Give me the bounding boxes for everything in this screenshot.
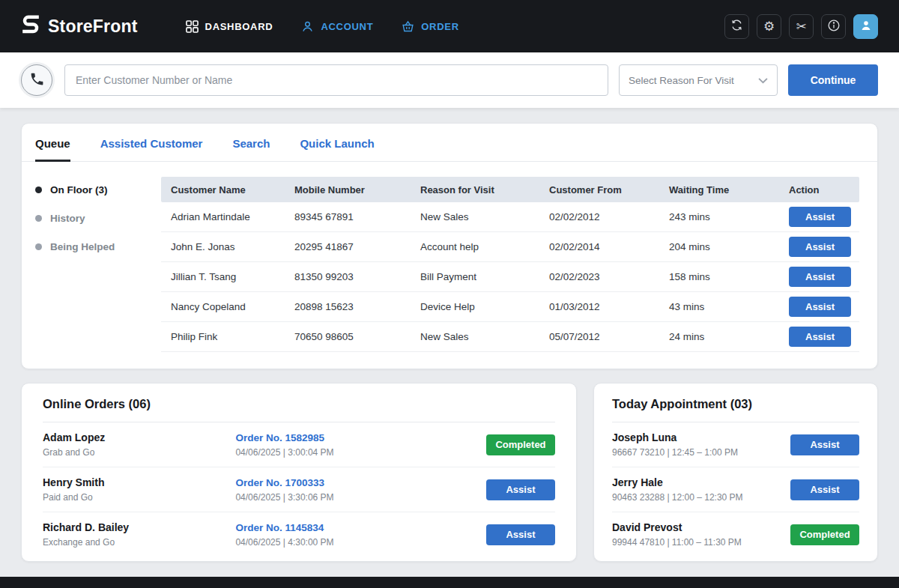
cell-waiting-time: 204 mins: [659, 241, 779, 252]
cell-waiting-time: 24 mins: [659, 331, 779, 342]
order-type: Grab and Go: [43, 447, 235, 458]
order-customer-name: Adam Lopez: [43, 431, 235, 443]
continue-button[interactable]: Continue: [788, 64, 878, 96]
filter-history-label: History: [50, 213, 85, 224]
queue-table-header: Customer Name Mobile Number Reason for V…: [161, 177, 859, 202]
dashboard-grid-icon: [186, 20, 199, 33]
nav-item-order[interactable]: ORDER: [402, 20, 458, 33]
filter-on-floor[interactable]: On Floor (3): [35, 184, 161, 196]
cell-reason: Device Help: [411, 301, 539, 312]
cell-mobile-number: 20295 41867: [285, 241, 411, 252]
appointment-detail: 96667 73210 | 12:45 – 1:00 PM: [612, 447, 738, 458]
online-orders-card: Online Orders (06) Adam Lopez Grab and G…: [21, 383, 577, 562]
col-customer-from: Customer From: [539, 184, 659, 196]
cell-customer-from: 02/02/2023: [539, 271, 659, 282]
cell-customer-from: 01/03/2012: [539, 301, 659, 312]
appointment-detail: 90463 23288 | 12:00 – 12:30 PM: [612, 492, 743, 503]
order-datetime: 04/06/2025 | 3:30:06 PM: [235, 492, 486, 503]
assist-button[interactable]: Assist: [789, 207, 851, 227]
sync-button[interactable]: [724, 14, 749, 39]
nav-label-dashboard: DASHBOARD: [205, 21, 273, 32]
order-basket-icon: [402, 20, 414, 33]
info-button[interactable]: [821, 14, 846, 39]
order-datetime: 04/06/2025 | 3:00:04 PM: [235, 447, 486, 458]
order-number-link[interactable]: Order No. 1582985: [235, 432, 486, 443]
assist-button[interactable]: Assist: [486, 524, 555, 545]
cell-customer-from: 02/02/2014: [539, 241, 659, 252]
filter-being-helped[interactable]: Being Helped: [35, 241, 161, 252]
main-content: Queue Assisted Customer Search Quick Lau…: [0, 108, 899, 562]
order-row: Richard D. Bailey Exchange and Go Order …: [43, 512, 555, 557]
account-person-icon: [301, 20, 314, 33]
reason-for-visit-select[interactable]: Select Reason For Visit: [619, 64, 778, 96]
table-row: Philip Fink 70650 98605 New Sales 05/07/…: [161, 322, 859, 352]
col-waiting-time: Waiting Time: [659, 184, 779, 196]
cell-customer-name: Jillian T. Tsang: [161, 271, 285, 282]
bullet-icon: [35, 187, 42, 193]
brand-name: StoreFront: [48, 16, 138, 37]
appointment-customer-name: Joseph Luna: [612, 431, 738, 443]
table-row: Jillian T. Tsang 81350 99203 Bill Paymen…: [161, 262, 859, 292]
info-icon: [827, 19, 841, 34]
filter-being-helped-label: Being Helped: [50, 241, 115, 252]
order-number-link[interactable]: Order No. 1700333: [235, 477, 486, 488]
customer-search-input[interactable]: [64, 64, 608, 96]
brand: StoreFront: [21, 13, 138, 39]
cell-reason: Account help: [411, 241, 539, 252]
footer-bar: [0, 577, 899, 588]
tab-quick-launch[interactable]: Quick Launch: [300, 137, 374, 161]
col-reason-for-visit: Reason for Visit: [411, 184, 539, 196]
filter-on-floor-label: On Floor (3): [50, 184, 108, 196]
bullet-icon: [35, 215, 42, 222]
tab-queue[interactable]: Queue: [35, 137, 70, 162]
nav-item-dashboard[interactable]: DASHBOARD: [186, 20, 273, 33]
tools-button[interactable]: ✂: [789, 14, 814, 39]
queue-card: Queue Assisted Customer Search Quick Lau…: [21, 123, 878, 369]
table-row: John E. Jonas 20295 41867 Account help 0…: [161, 232, 859, 262]
reason-select-value: Select Reason For Visit: [629, 75, 734, 86]
cell-waiting-time: 158 mins: [659, 271, 779, 282]
chevron-down-icon: [758, 75, 768, 86]
filter-history[interactable]: History: [35, 213, 161, 224]
sync-icon: [730, 19, 743, 34]
appointments-title: Today Appointment (03): [612, 397, 859, 422]
nav-item-account[interactable]: ACCOUNT: [301, 20, 373, 33]
completed-badge-button[interactable]: Completed: [486, 434, 555, 455]
order-type: Exchange and Go: [43, 537, 235, 548]
online-orders-title: Online Orders (06): [43, 397, 555, 422]
phone-lookup-button[interactable]: [21, 64, 52, 96]
bullet-icon: [35, 243, 42, 250]
cell-customer-name: Adrian Martindale: [161, 211, 285, 222]
appointment-detail: 99944 47810 | 11:00 – 11:30 PM: [612, 537, 742, 548]
cell-mobile-number: 89345 67891: [285, 211, 411, 222]
appointment-row: Joseph Luna 96667 73210 | 12:45 – 1:00 P…: [612, 422, 859, 467]
tab-assisted-customer[interactable]: Assisted Customer: [100, 137, 203, 161]
order-customer-name: Richard D. Bailey: [43, 521, 235, 533]
assist-button[interactable]: Assist: [486, 479, 555, 500]
assist-button[interactable]: Assist: [789, 267, 851, 287]
settings-button[interactable]: ⚙: [757, 14, 781, 39]
nav-label-order: ORDER: [421, 21, 458, 32]
gear-icon: ⚙: [763, 20, 775, 33]
assist-button[interactable]: Assist: [789, 237, 851, 257]
main-nav: DASHBOARD ACCOUNT ORDER: [186, 20, 459, 33]
assist-button[interactable]: Assist: [789, 297, 851, 317]
table-row: Nancy Copeland 20898 15623 Device Help 0…: [161, 292, 859, 322]
cell-customer-name: John E. Jonas: [161, 241, 285, 252]
order-number-link[interactable]: Order No. 1145834: [235, 522, 486, 533]
cell-reason: Bill Payment: [411, 271, 539, 282]
phone-icon: [29, 71, 45, 90]
cell-waiting-time: 43 mins: [659, 301, 779, 312]
appointment-row: David Prevost 99944 47810 | 11:00 – 11:3…: [612, 512, 859, 557]
assist-button[interactable]: Assist: [790, 434, 859, 455]
tab-search[interactable]: Search: [232, 137, 270, 161]
queue-tabs: Queue Assisted Customer Search Quick Lau…: [22, 124, 877, 162]
cell-mobile-number: 81350 99203: [285, 271, 411, 282]
top-navbar: StoreFront DASHBOARD ACCOUNT: [0, 0, 899, 52]
order-row: Adam Lopez Grab and Go Order No. 1582985…: [43, 422, 555, 467]
completed-badge-button[interactable]: Completed: [790, 524, 859, 545]
customer-search-bar: Select Reason For Visit Continue: [0, 52, 899, 108]
assist-button[interactable]: Assist: [789, 327, 851, 347]
profile-button[interactable]: [853, 14, 878, 39]
assist-button[interactable]: Assist: [790, 479, 859, 500]
